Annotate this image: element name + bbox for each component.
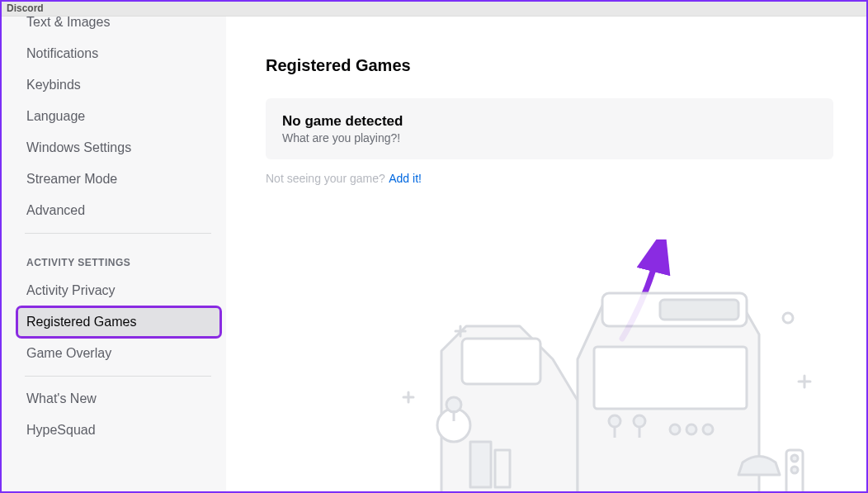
game-detection-box: No game detected What are you playing?! [266, 98, 833, 159]
svg-point-13 [670, 424, 680, 434]
not-seeing-text: Not seeing your game? [266, 172, 385, 185]
sidebar-item-game-overlay[interactable]: Game Overlay [18, 339, 219, 367]
svg-point-14 [686, 424, 696, 434]
svg-point-23 [783, 313, 793, 323]
window-titlebar: Discord [2, 2, 866, 17]
no-game-heading: No game detected [282, 113, 817, 130]
sidebar-item-whats-new[interactable]: What's New [18, 385, 219, 413]
main-content: Registered Games No game detected What a… [226, 17, 866, 491]
sidebar-divider [25, 233, 211, 234]
svg-rect-8 [594, 347, 747, 409]
app-container: Text & Images Notifications Keybinds Lan… [2, 17, 866, 491]
add-game-link[interactable]: Add it! [389, 172, 422, 185]
svg-point-15 [703, 424, 713, 434]
svg-point-11 [634, 415, 645, 427]
sidebar-divider [25, 376, 211, 377]
settings-sidebar: Text & Images Notifications Keybinds Lan… [2, 17, 226, 491]
sidebar-item-advanced[interactable]: Advanced [18, 197, 219, 225]
sidebar-item-text-images[interactable]: Text & Images [18, 17, 219, 36]
page-title: Registered Games [266, 56, 833, 75]
svg-point-4 [446, 397, 461, 412]
sidebar-item-activity-privacy[interactable]: Activity Privacy [18, 277, 219, 305]
sidebar-item-hypesquad[interactable]: HypeSquad [18, 416, 219, 444]
add-game-row: Not seeing your game? Add it! [266, 171, 833, 186]
arcade-illustration [330, 277, 842, 491]
window-title: Discord [7, 2, 44, 14]
sidebar-item-keybinds[interactable]: Keybinds [18, 71, 219, 99]
svg-rect-2 [495, 450, 510, 487]
sidebar-item-windows-settings[interactable]: Windows Settings [18, 134, 219, 162]
svg-rect-7 [660, 300, 738, 320]
svg-point-17 [791, 455, 798, 462]
no-game-subtext: What are you playing?! [282, 131, 817, 145]
svg-point-9 [609, 415, 620, 427]
svg-rect-0 [462, 339, 540, 384]
sidebar-section-header: ACTIVITY SETTINGS [2, 242, 226, 273]
sidebar-item-language[interactable]: Language [18, 102, 219, 130]
svg-rect-1 [470, 442, 491, 487]
sidebar-item-registered-games[interactable]: Registered Games [18, 308, 219, 336]
sidebar-item-streamer-mode[interactable]: Streamer Mode [18, 165, 219, 193]
svg-point-18 [791, 467, 798, 473]
sidebar-item-notifications[interactable]: Notifications [18, 40, 219, 68]
